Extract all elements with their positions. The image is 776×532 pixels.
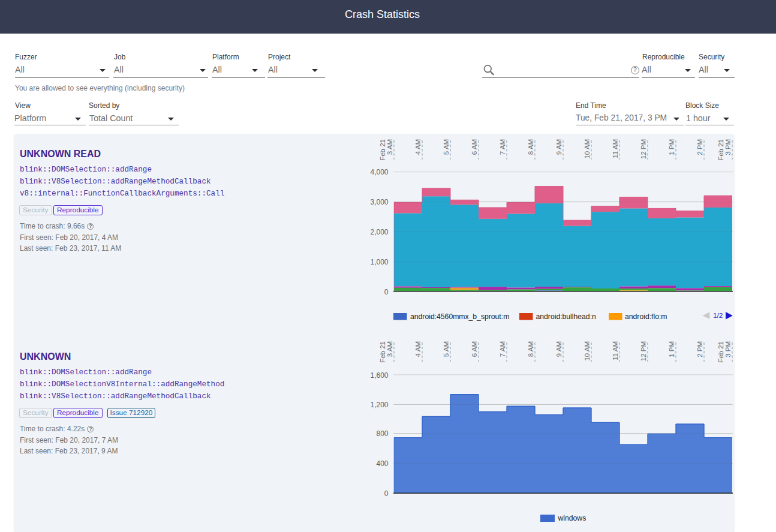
svg-text:1 PM: 1 PM (668, 341, 675, 357)
svg-text:0: 0 (384, 288, 389, 296)
svg-text:8 AM: 8 AM (527, 341, 534, 357)
svg-text:11 AM: 11 AM (612, 341, 619, 360)
svg-text:10 AM: 10 AM (583, 139, 591, 159)
svg-text:3 AM: 3 AM (386, 341, 393, 357)
svg-text:12 PM: 12 PM (640, 341, 647, 361)
svg-text:2,000: 2,000 (370, 228, 388, 236)
svg-text:7 AM: 7 AM (499, 139, 506, 155)
svg-text:2 PM: 2 PM (696, 139, 703, 155)
svg-text:9 AM: 9 AM (555, 139, 563, 155)
svg-text:Feb 21: Feb 21 (379, 341, 386, 363)
svg-text:3 PM: 3 PM (724, 139, 732, 155)
svg-text:1,600: 1,600 (370, 371, 388, 380)
svg-text:10 AM: 10 AM (583, 341, 591, 361)
svg-text:4,000: 4,000 (370, 168, 388, 176)
svg-text:4 AM: 4 AM (414, 341, 422, 357)
svg-text:6 AM: 6 AM (471, 341, 478, 357)
svg-text:2 PM: 2 PM (696, 341, 703, 357)
svg-text:Feb 21: Feb 21 (379, 139, 386, 161)
svg-text:android:bullhead:n: android:bullhead:n (536, 312, 596, 321)
svg-text:1,200: 1,200 (370, 401, 388, 409)
svg-text:Feb 21: Feb 21 (717, 341, 724, 363)
svg-text:Feb 21: Feb 21 (717, 139, 724, 161)
svg-text:7 AM: 7 AM (499, 341, 506, 357)
svg-text:1 PM: 1 PM (668, 139, 675, 155)
svg-text:800: 800 (376, 429, 388, 438)
svg-text:3 PM: 3 PM (724, 341, 732, 357)
svg-text:8 AM: 8 AM (527, 139, 534, 155)
svg-text:0: 0 (384, 489, 389, 498)
svg-text:1/2: 1/2 (713, 311, 723, 320)
svg-text:11 AM: 11 AM (612, 139, 619, 158)
svg-text:3 AM: 3 AM (386, 139, 393, 155)
svg-text:1,000: 1,000 (370, 258, 388, 266)
svg-text:12 PM: 12 PM (640, 139, 647, 159)
svg-text:400: 400 (376, 459, 388, 468)
svg-text:5 AM: 5 AM (443, 341, 450, 357)
svg-text:4 AM: 4 AM (414, 139, 422, 155)
svg-text:9 AM: 9 AM (555, 341, 563, 357)
svg-text:3,000: 3,000 (370, 198, 388, 206)
svg-text:6 AM: 6 AM (471, 139, 478, 155)
svg-text:5 AM: 5 AM (443, 139, 450, 155)
svg-text:windows: windows (558, 514, 586, 522)
svg-text:android:flo:m: android:flo:m (625, 312, 667, 321)
svg-text:android:4560mmx_b_sprout:m: android:4560mmx_b_sprout:m (410, 312, 509, 321)
